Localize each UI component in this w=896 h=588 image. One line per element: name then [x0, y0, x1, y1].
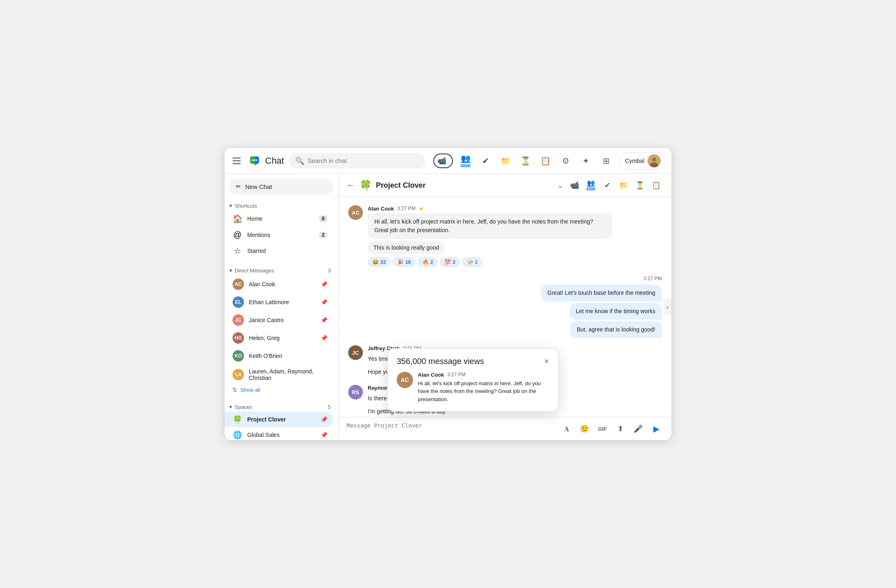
sidebar-item-starred[interactable]: ☆ Starred	[224, 243, 333, 259]
sidebar-item-home[interactable]: 🏠 Home 8	[224, 211, 333, 227]
user-avatar	[648, 154, 661, 167]
compose-input[interactable]	[347, 422, 556, 435]
sidebar-dm-alan[interactable]: AC Alan Cook 📌	[224, 275, 333, 293]
reaction-party[interactable]: 🎉 18	[393, 257, 415, 267]
compose-emoji-btn[interactable]: 🙂	[577, 421, 592, 436]
back-button[interactable]: ←	[347, 180, 356, 191]
settings-btn[interactable]: ⚙	[558, 153, 573, 169]
global-sales-label: Global Sales	[247, 432, 314, 438]
sidebar-dm-janice[interactable]: JC Janice Castro 📌	[224, 311, 333, 329]
reaction-party-count: 18	[405, 259, 411, 265]
clipboard-icon: 📋	[540, 156, 551, 166]
popup-close-button[interactable]: ×	[544, 357, 549, 366]
people-action-btn[interactable]: 👥 499K	[458, 152, 473, 170]
reaction-fire-count: 2	[430, 259, 433, 265]
dm-janice-pin: 📌	[321, 317, 327, 323]
chat-meet-btn[interactable]: 📹	[567, 178, 582, 193]
show-all-dms-btn[interactable]: ⇅ Show all	[224, 384, 333, 395]
message-views-popup: 356,000 message views × AC Alan Cook 3:2…	[387, 348, 558, 412]
app-logo: Chat	[247, 154, 284, 168]
ai-btn[interactable]: ✦	[578, 153, 594, 169]
compose-mic-btn[interactable]: 🎤	[631, 421, 646, 436]
grid-btn[interactable]: ⊞	[599, 153, 614, 169]
sidebar-dm-ethan[interactable]: EL Ethan Lattimore 📌	[224, 293, 333, 311]
global-sales-emoji: 🌐	[233, 430, 242, 439]
dm-ethan-pin: 📌	[321, 299, 327, 305]
hourglass-action-btn[interactable]: ⏳	[518, 154, 533, 167]
new-chat-icon: ✏	[236, 183, 241, 190]
dm-section[interactable]: ▾ Direct Messages 3	[224, 265, 338, 275]
dm-avatar-lauren: LA	[233, 369, 244, 380]
collapse-panel-btn[interactable]: ‹	[663, 299, 672, 315]
dm-helen-label: Helen, Greg	[249, 335, 314, 341]
chat-folder-btn[interactable]: 📁	[616, 178, 631, 193]
search-input[interactable]	[307, 157, 419, 164]
spaces-label: Spaces	[235, 404, 252, 410]
user-pill[interactable]: Cymbal	[619, 152, 665, 169]
sidebar-item-mentions[interactable]: @ Mentions 2	[224, 227, 333, 243]
svg-point-1	[252, 159, 254, 161]
chat-header-actions: 📹 👥 499K ✔ 📁 ⏳	[567, 178, 663, 193]
popup-msg-sender: Alan Cook	[418, 372, 444, 378]
reaction-laugh[interactable]: 😂 22	[368, 257, 390, 267]
attach-icon: ⬆	[617, 424, 624, 433]
alan-sender: Alan Cook	[368, 206, 394, 212]
sidebar-space-clover[interactable]: 🍀 Project Clover 📌	[224, 412, 333, 427]
send-button[interactable]: ▶	[649, 421, 663, 436]
compose-area: 𝐀 🙂 GIF ⬆ 🎤 ▶	[338, 417, 672, 440]
reaction-100[interactable]: 💯 2	[440, 257, 460, 267]
chat-people-btn[interactable]: 👥 499K	[584, 178, 598, 192]
mentions-badge: 2	[319, 232, 327, 238]
chat-header: ← 🍀 Project Clover ⌄ 📹 👥 499K ✔	[338, 174, 672, 197]
chat-folder-icon: 📁	[619, 181, 628, 190]
emoji-icon: 🙂	[580, 424, 589, 433]
popup-msg-meta: Alan Cook 3:27 PM	[418, 372, 549, 378]
chat-meet-icon: 📹	[570, 181, 579, 190]
clipboard-action-btn[interactable]: 📋	[538, 154, 553, 167]
sidebar-dm-keith[interactable]: KO Keith O'Brien	[224, 347, 333, 365]
reaction-fire[interactable]: 🔥 2	[418, 257, 438, 267]
dm-keith-label: Keith O'Brien	[249, 353, 327, 359]
popup-header: 356,000 message views ×	[397, 357, 549, 366]
top-bar: Chat 🔍 📹 👥 499K ✔ 📁 ⏳ 📋 ⚙ ✦ ⊞ Cymbal	[224, 148, 672, 174]
dm-badge: 3	[328, 268, 331, 274]
dm-janice-label: Janice Castro	[249, 317, 314, 323]
new-chat-label: New Chat	[245, 183, 272, 190]
shortcuts-section[interactable]: ▾ Shortcuts	[224, 201, 338, 211]
chat-check-btn[interactable]: ✔	[600, 178, 615, 193]
alan-avatar: AC	[348, 205, 363, 220]
reaction-horn[interactable]: 📯 1	[462, 257, 482, 267]
meet-pill-topbar[interactable]: 📹	[433, 154, 453, 168]
new-chat-button[interactable]: ✏ New Chat	[229, 179, 333, 194]
chat-check-icon: ✔	[604, 181, 611, 190]
outgoing-bubble-3: But, agree that is looking good!	[570, 321, 662, 338]
folder-action-btn[interactable]: 📁	[498, 154, 513, 167]
search-bar[interactable]: 🔍	[289, 153, 425, 169]
chat-clipboard-btn[interactable]: 📋	[649, 178, 663, 193]
reaction-horn-count: 1	[475, 259, 478, 265]
dm-chevron: ▾	[229, 267, 232, 274]
home-icon: 🏠	[233, 214, 242, 224]
sidebar-dm-helen[interactable]: HG Helen, Greg 📌	[224, 329, 333, 347]
gif-icon: GIF	[598, 426, 607, 432]
check-action-btn[interactable]: ✔	[479, 154, 493, 167]
compose-attach-btn[interactable]: ⬆	[613, 421, 628, 436]
spaces-section[interactable]: ▾ Spaces 5	[224, 402, 338, 412]
chat-title: Project Clover	[376, 181, 553, 190]
sidebar-space-global-sales[interactable]: 🌐 Global Sales 📌	[224, 427, 333, 440]
mentions-label: Mentions	[247, 232, 314, 238]
sidebar-dm-lauren[interactable]: LA Lauren, Adam, Raymond, Christian	[224, 365, 333, 384]
compose-gif-btn[interactable]: GIF	[595, 421, 610, 436]
chat-title-chevron[interactable]: ⌄	[557, 181, 563, 190]
check-icon: ✔	[482, 156, 489, 166]
hourglass-icon: ⏳	[520, 156, 531, 166]
popup-title: 356,000 message views	[397, 357, 484, 366]
reaction-party-emoji: 🎉	[397, 259, 404, 265]
show-all-dms-label: Show all	[240, 387, 260, 393]
reaction-laugh-count: 22	[380, 259, 386, 265]
reaction-100-count: 2	[452, 259, 455, 265]
hamburger-icon[interactable]	[231, 155, 242, 167]
chat-hourglass-btn[interactable]: ⏳	[632, 178, 647, 193]
compose-format-btn[interactable]: 𝐀	[559, 421, 574, 436]
alan-reactions: 😂 22 🎉 18 🔥 2	[368, 257, 662, 267]
